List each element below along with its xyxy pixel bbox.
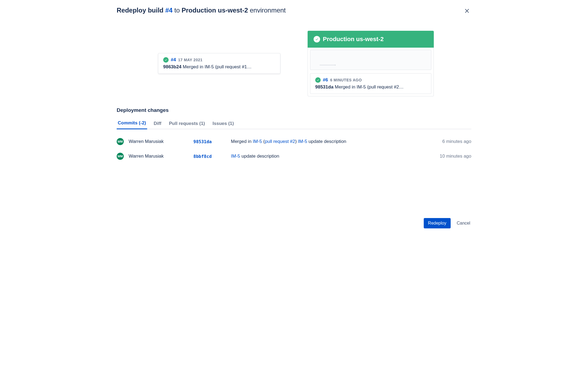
- current-commit-msg: Merged in IM-5 (pull request #2…: [333, 84, 404, 90]
- issue-link[interactable]: IM-5: [231, 154, 240, 159]
- title-suffix: environment: [248, 7, 286, 14]
- source-card-header: #4 17 MAY 2021: [163, 57, 275, 63]
- commit-time: 6 minutes ago: [431, 139, 471, 144]
- check-icon: [314, 36, 320, 42]
- deployment-diagram: #4 17 MAY 2021 9863b24 Merged in IM-5 (p…: [117, 31, 471, 96]
- commit-msg-text: update description: [307, 139, 346, 144]
- source-card-wrap: #4 17 MAY 2021 9863b24 Merged in IM-5 (p…: [158, 53, 280, 74]
- arrow-icon: [280, 65, 375, 65]
- commit-msg-text: ): [295, 139, 298, 144]
- target-slot: [310, 50, 431, 70]
- close-icon: [464, 8, 470, 14]
- modal-header: Redeploy build #4 to Production us-west-…: [117, 7, 471, 16]
- issue-link[interactable]: IM-5: [298, 139, 307, 144]
- environment-column: Production us-west-2 #6 6 MINUTES AGO 98…: [308, 31, 434, 96]
- source-commit-line: 9863b24 Merged in IM-5 (pull request #1…: [163, 64, 275, 70]
- commits-list: WM Warren Marusiak 98531da Merged in IM-…: [117, 134, 471, 164]
- tab-pull-requests[interactable]: Pull requests (1): [168, 119, 206, 129]
- avatar: WM: [117, 153, 124, 160]
- commit-hash-link[interactable]: 8bbf8cd: [193, 154, 226, 159]
- issue-link[interactable]: IM-5: [253, 139, 262, 144]
- commit-author: Warren Marusiak: [129, 154, 188, 159]
- commit-message: Merged in IM-5 (pull request #2) IM-5 up…: [231, 139, 426, 144]
- commit-msg-text: update description: [240, 154, 279, 159]
- commit-row: WM Warren Marusiak 98531da Merged in IM-…: [117, 134, 471, 149]
- source-build-date: 17 MAY 2021: [178, 58, 203, 62]
- title-prefix: Redeploy build: [117, 7, 165, 14]
- commit-row: WM Warren Marusiak 8bbf8cd IM-5 update d…: [117, 149, 471, 164]
- success-icon: [315, 77, 321, 83]
- commit-time: 10 minutes ago: [431, 154, 471, 159]
- current-commit-hash: 98531da: [315, 84, 333, 90]
- title-build-link[interactable]: #4: [165, 7, 173, 14]
- current-commit-line: 98531da Merged in IM-5 (pull request #2…: [315, 84, 426, 90]
- environment-title: Production us-west-2: [323, 36, 384, 43]
- changes-section: Deployment changes Commits (-2) Diff Pul…: [117, 107, 471, 164]
- title-to: to: [172, 7, 181, 14]
- close-button[interactable]: [463, 7, 471, 16]
- success-icon: [163, 57, 169, 63]
- commit-hash-link[interactable]: 98531da: [193, 139, 226, 144]
- source-commit-msg: Merged in IM-5 (pull request #1…: [181, 64, 252, 69]
- commit-author: Warren Marusiak: [129, 139, 188, 144]
- pr-link[interactable]: pull request #2: [265, 139, 295, 144]
- modal-title: Redeploy build #4 to Production us-west-…: [117, 7, 286, 14]
- tab-issues[interactable]: Issues (1): [212, 119, 235, 129]
- tab-diff[interactable]: Diff: [153, 119, 162, 129]
- changes-title: Deployment changes: [117, 107, 471, 113]
- modal-footer: Redeploy Cancel: [117, 164, 471, 228]
- current-card-header: #6 6 MINUTES AGO: [315, 77, 426, 83]
- cancel-button[interactable]: Cancel: [456, 218, 471, 228]
- tabs: Commits (-2) Diff Pull requests (1) Issu…: [117, 119, 471, 129]
- avatar: WM: [117, 138, 124, 145]
- source-build-number[interactable]: #4: [171, 57, 176, 63]
- environment-header: Production us-west-2: [308, 31, 434, 48]
- redeploy-button[interactable]: Redeploy: [424, 218, 451, 228]
- current-build-number[interactable]: #6: [323, 77, 328, 83]
- commit-msg-text: Merged in: [231, 139, 253, 144]
- environment-body: #6 6 MINUTES AGO 98531da Merged in IM-5 …: [308, 48, 434, 96]
- redeploy-modal: Redeploy build #4 to Production us-west-…: [109, 0, 479, 235]
- source-commit-hash: 9863b24: [163, 64, 181, 69]
- current-deployment-card[interactable]: #6 6 MINUTES AGO 98531da Merged in IM-5 …: [310, 73, 431, 94]
- title-env: Production us-west-2: [182, 7, 248, 14]
- tab-commits[interactable]: Commits (-2): [117, 119, 147, 129]
- commit-msg-text: (: [262, 139, 265, 144]
- current-build-date: 6 MINUTES AGO: [330, 78, 362, 82]
- commit-message: IM-5 update description: [231, 154, 426, 159]
- source-build-card[interactable]: #4 17 MAY 2021 9863b24 Merged in IM-5 (p…: [158, 53, 280, 74]
